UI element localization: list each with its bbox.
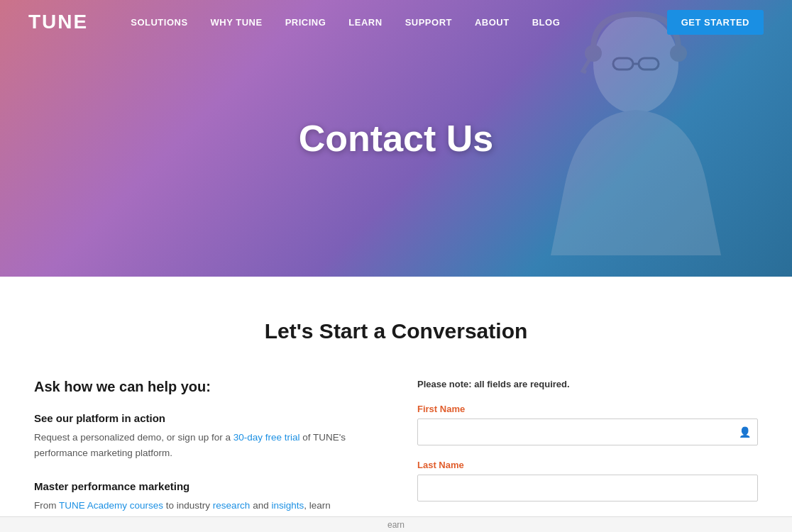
content-grid: Ask how we can help you: See our platfor…: [34, 379, 758, 532]
nav-links: SOLUTIONS WHY TUNE PRICING LEARN SUPPORT…: [131, 16, 667, 28]
navbar: TUNE SOLUTIONS WHY TUNE PRICING LEARN SU…: [0, 0, 792, 44]
logo[interactable]: TUNE: [28, 11, 88, 33]
last-name-group: Last Name: [417, 460, 758, 501]
left-column: Ask how we can help you: See our platfor…: [34, 379, 375, 532]
svg-point-2: [670, 45, 687, 62]
input-icon: 👤: [739, 426, 751, 438]
get-started-button[interactable]: GET STARTED: [667, 10, 764, 35]
first-name-input-wrapper: 👤: [417, 419, 758, 445]
section-heading: Let's Start a Conversation: [34, 319, 758, 343]
nav-solutions[interactable]: SOLUTIONS: [131, 17, 187, 28]
left-item-marketing: Master performance marketing From TUNE A…: [34, 480, 375, 514]
free-trial-link[interactable]: 30-day free trial: [233, 432, 300, 443]
marketing-title: Master performance marketing: [34, 480, 375, 492]
first-name-label: First Name: [417, 404, 758, 414]
nav-about[interactable]: ABOUT: [475, 17, 510, 28]
first-name-group: First Name 👤: [417, 404, 758, 445]
nav-support[interactable]: SUPPORT: [405, 17, 452, 28]
last-name-input[interactable]: [417, 475, 758, 501]
marketing-description: From TUNE Academy courses to industry re…: [34, 498, 375, 514]
platform-title: See our platform in action: [34, 412, 375, 424]
insights-link[interactable]: insights: [271, 500, 304, 511]
last-name-label: Last Name: [417, 460, 758, 470]
left-subtitle: Ask how we can help you:: [34, 379, 375, 395]
research-link[interactable]: research: [213, 500, 251, 511]
hero-content: Contact Us: [299, 117, 493, 160]
contact-form: Please note: all fields are required. Fi…: [417, 379, 758, 516]
last-name-input-wrapper: [417, 475, 758, 501]
nav-blog[interactable]: BLOG: [532, 17, 561, 28]
hero-title: Contact Us: [299, 117, 493, 160]
academy-courses-link[interactable]: TUNE Academy courses: [59, 500, 163, 511]
required-note: Please note: all fields are required.: [417, 379, 758, 389]
bottom-bar: earn: [0, 516, 792, 532]
bottom-learn-text: earn: [387, 520, 405, 530]
nav-pricing[interactable]: PRICING: [285, 17, 326, 28]
main-content: Let's Start a Conversation Ask how we ca…: [6, 277, 786, 532]
first-name-input[interactable]: [417, 419, 758, 445]
left-item-platform: See our platform in action Request a per…: [34, 412, 375, 460]
nav-why-tune[interactable]: WHY TUNE: [211, 17, 263, 28]
platform-description: Request a personalized demo, or sign up …: [34, 430, 375, 460]
nav-learn[interactable]: LEARN: [348, 17, 382, 28]
